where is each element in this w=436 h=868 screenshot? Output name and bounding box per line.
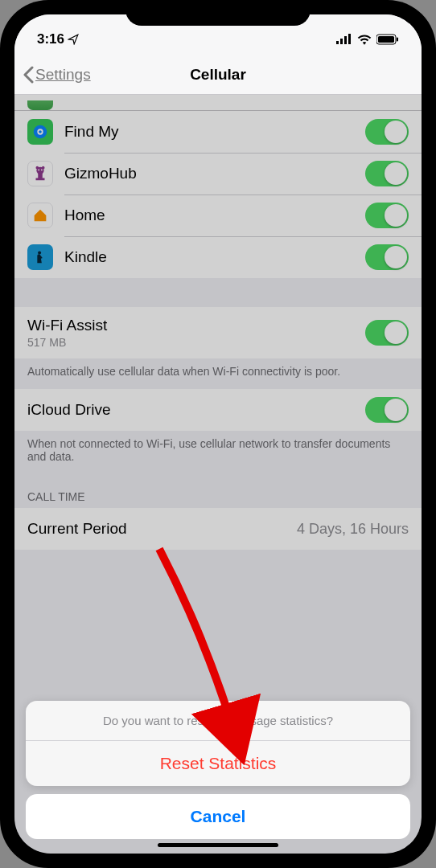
cellular-signal-icon xyxy=(336,34,352,45)
back-button[interactable]: Settings xyxy=(23,66,91,84)
action-sheet-group: Do you want to reset your usage statisti… xyxy=(26,701,410,786)
phone-frame: 3:16 xyxy=(0,0,436,868)
chevron-left-icon xyxy=(23,66,34,84)
status-time: 3:16 xyxy=(37,31,64,47)
cancel-button[interactable]: Cancel xyxy=(26,794,410,839)
action-sheet: Do you want to reset your usage statisti… xyxy=(26,701,410,839)
nav-bar: Settings Cellular xyxy=(14,55,422,95)
svg-rect-3 xyxy=(348,34,351,44)
notch xyxy=(125,0,311,26)
svg-rect-1 xyxy=(340,39,343,44)
svg-rect-2 xyxy=(344,36,347,44)
page-title: Cellular xyxy=(190,66,246,84)
battery-icon xyxy=(376,34,399,45)
home-indicator[interactable] xyxy=(158,843,278,847)
svg-rect-5 xyxy=(378,36,394,43)
back-label: Settings xyxy=(35,66,91,84)
action-sheet-cancel-group: Cancel xyxy=(26,794,410,839)
reset-statistics-button[interactable]: Reset Statistics xyxy=(26,741,410,786)
svg-rect-0 xyxy=(336,41,339,44)
wifi-icon xyxy=(357,34,372,45)
action-sheet-message: Do you want to reset your usage statisti… xyxy=(26,701,410,741)
screen: 3:16 xyxy=(14,14,422,854)
status-right xyxy=(336,34,399,45)
status-left: 3:16 xyxy=(37,31,79,47)
svg-rect-6 xyxy=(397,38,398,42)
location-arrow-icon xyxy=(68,34,79,45)
content-scroll[interactable]: Find My GizmoHub Home xyxy=(14,95,422,854)
